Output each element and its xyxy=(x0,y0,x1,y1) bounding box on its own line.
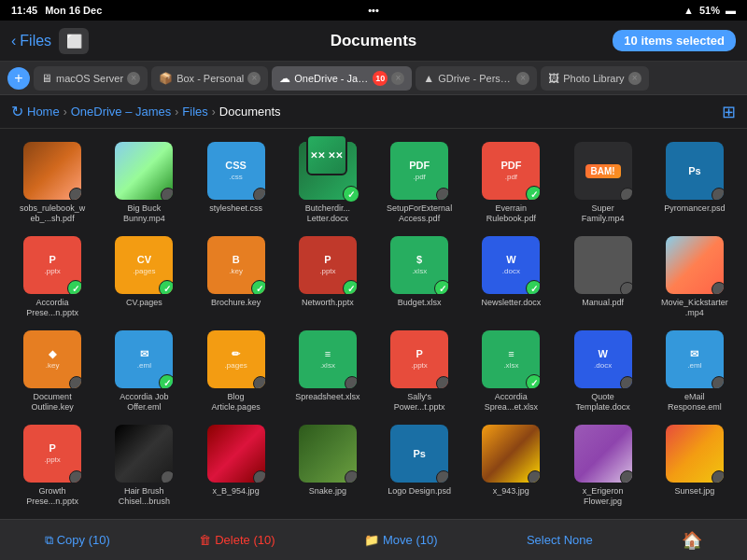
delete-button[interactable]: 🗑 Delete (10) xyxy=(199,533,275,547)
status-dots: ••• xyxy=(368,5,379,16)
dot-badge xyxy=(528,470,540,483)
refresh-icon[interactable]: ↻ xyxy=(11,103,23,120)
copy-icon: ⧉ xyxy=(45,533,53,548)
file-name: Manual.pdf xyxy=(582,298,624,308)
file-thumb xyxy=(574,236,632,294)
file-name: SetupForExternalAccess.pdf xyxy=(386,203,453,224)
file-item[interactable]: ✉.emleMail Response.eml xyxy=(650,325,740,417)
grid-view-button[interactable]: ⊞ xyxy=(722,102,736,122)
status-left: 11:45 Mon 16 Dec xyxy=(11,5,102,16)
file-name: Movie_Kickstarter.mp4 xyxy=(661,298,728,318)
file-item[interactable]: Sunset.jpg xyxy=(650,419,740,511)
tab-close-macos[interactable]: × xyxy=(127,72,140,85)
tab-label-box: Box - Personal xyxy=(176,73,244,84)
check-badge: ✓ xyxy=(526,374,540,388)
file-item[interactable]: Snake.jpg xyxy=(283,419,373,511)
file-item[interactable]: CV.pages✓CV.pages xyxy=(99,231,189,323)
file-name: Sally's Power...t.pptx xyxy=(386,392,453,413)
file-item[interactable]: P.pptxGrowth Prese...n.pptx xyxy=(7,419,97,511)
file-thumb: BAM! xyxy=(574,142,632,200)
file-thumb xyxy=(115,142,173,200)
tab-icon-box: 📦 xyxy=(159,72,173,85)
file-item[interactable]: $.xlsx✓Budget.xlsx xyxy=(374,231,464,323)
file-item[interactable]: PDF.pdfSetupForExternalAccess.pdf xyxy=(374,136,464,229)
file-item[interactable]: B.key✓Brochure.key xyxy=(191,231,281,323)
file-item[interactable]: W.docxQuote Template.docx xyxy=(558,325,648,417)
dot-badge xyxy=(161,470,173,483)
dot-badge xyxy=(712,282,724,294)
file-item[interactable]: ✏.pagesBlog Article.pages xyxy=(191,325,281,417)
status-right: ▲ 51% ▬ xyxy=(684,5,736,16)
file-item[interactable]: ≡.xlsxSpreadsheet.xlsx xyxy=(283,325,373,417)
file-item[interactable]: P.pptx✓Networth.pptx xyxy=(283,231,373,323)
file-thumb: W.docx✓ xyxy=(482,236,540,294)
file-item[interactable]: P.pptx✓Accordia Prese...n.pptx xyxy=(7,231,97,323)
select-none-button[interactable]: Select None xyxy=(527,533,593,547)
file-item[interactable]: W.docx✓Newsletter.docx xyxy=(466,231,556,323)
file-item[interactable]: Movie_Kickstarter.mp4 xyxy=(650,231,740,323)
breadcrumb-sep-1: › xyxy=(63,105,67,119)
file-item[interactable]: ✉.eml✓Accordia Job Offer.eml xyxy=(99,325,189,417)
file-item[interactable]: x_B_954.jpg xyxy=(191,419,281,511)
chevron-left-icon: ‹ xyxy=(11,33,16,49)
file-name: Everrain Rulebook.pdf xyxy=(477,203,544,224)
file-item[interactable]: ≡✕✕ ✕✕✓Butcherdir... Letter.docx xyxy=(283,136,373,229)
file-item[interactable]: P.pptxSally's Power...t.pptx xyxy=(374,325,464,417)
file-item[interactable]: ◆.keyDocument Outline.key xyxy=(7,325,97,417)
status-day: Mon 16 Dec xyxy=(45,5,102,16)
move-button[interactable]: 📁 Move (10) xyxy=(364,533,438,547)
file-thumb: CV.pages✓ xyxy=(115,236,173,294)
file-name: x_Erigeron Flower.jpg xyxy=(570,486,637,507)
copy-button[interactable]: ⧉ Copy (10) xyxy=(45,533,110,548)
page-title: Documents xyxy=(331,32,417,50)
file-thumb: B.key✓ xyxy=(207,236,265,294)
tab-close-box[interactable]: × xyxy=(247,72,261,85)
check-badge: ✓ xyxy=(67,280,81,294)
back-button[interactable]: ‹ Files xyxy=(11,33,51,49)
breadcrumb-home[interactable]: Home xyxy=(27,105,60,119)
file-item[interactable]: CSS.cssstylesheet.css xyxy=(191,136,281,229)
file-item[interactable]: PsPyromancer.psd xyxy=(650,136,740,229)
tab-label-onedrive: OneDrive - James xyxy=(294,73,369,84)
file-item[interactable]: PsLogo Design.psd xyxy=(374,419,464,511)
tab-icon-macos: 🖥 xyxy=(41,72,52,85)
file-item[interactable]: Hair Brush Chisel...brush xyxy=(99,419,189,511)
file-thumb: ≡.xlsx✓ xyxy=(482,330,540,388)
sidebar-toggle-button[interactable]: ⬜ xyxy=(59,28,89,54)
file-item[interactable]: Big Buck Bunny.mp4 xyxy=(99,136,189,229)
file-item[interactable]: PDF.pdf✓Everrain Rulebook.pdf xyxy=(466,136,556,229)
file-item[interactable]: x_943.jpg xyxy=(466,419,556,511)
file-item[interactable]: x_Erigeron Flower.jpg xyxy=(558,419,648,511)
tab-close-gdrive[interactable]: × xyxy=(516,72,529,85)
dot-badge xyxy=(69,188,81,200)
home-button[interactable]: 🏠 xyxy=(682,530,702,551)
tab-close-onedrive[interactable]: × xyxy=(391,72,404,85)
status-time: 11:45 xyxy=(11,5,37,16)
delete-icon: 🗑 xyxy=(199,533,211,547)
file-thumb: W.docx xyxy=(574,330,632,388)
tab-gdrive[interactable]: ▲GDrive - Personal× xyxy=(416,66,537,91)
breadcrumb-files[interactable]: Files xyxy=(182,105,207,119)
tab-box[interactable]: 📦Box - Personal× xyxy=(151,66,268,91)
battery-icon: ▬ xyxy=(726,5,736,16)
file-thumb: P.pptx✓ xyxy=(299,236,357,294)
file-item[interactable]: BAM!Super Family.mp4 xyxy=(558,136,648,229)
add-tab-button[interactable]: + xyxy=(7,67,30,90)
tab-close-photo[interactable]: × xyxy=(628,72,641,85)
tab-icon-photo: 🖼 xyxy=(548,72,559,85)
tabs-container: 🖥macOS Server×📦Box - Personal×☁OneDrive … xyxy=(34,66,649,91)
breadcrumb-onedrive[interactable]: OneDrive – James xyxy=(71,105,172,119)
file-grid: sobs_rulebook_web_...sh.pdfBig Buck Bunn… xyxy=(0,129,747,519)
tab-photo[interactable]: 🖼Photo Library× xyxy=(541,66,648,91)
tab-onedrive[interactable]: ☁OneDrive - James10× xyxy=(272,66,412,91)
file-item[interactable]: ≡.xlsx✓Accordia Sprea...et.xlsx xyxy=(466,325,556,417)
check-badge: ✓ xyxy=(159,280,173,294)
title-bar: ‹ Files ⬜ Documents 10 items selected xyxy=(0,21,747,62)
file-item[interactable]: Manual.pdf xyxy=(558,231,648,323)
file-name: Newsletter.docx xyxy=(482,298,542,308)
tab-macos[interactable]: 🖥macOS Server× xyxy=(34,66,148,91)
file-name: Sunset.jpg xyxy=(675,486,715,497)
file-item[interactable]: sobs_rulebook_web_...sh.pdf xyxy=(7,136,97,229)
dot-badge xyxy=(620,282,632,294)
bottom-toolbar: ⧉ Copy (10) 🗑 Delete (10) 📁 Move (10) Se… xyxy=(0,519,747,560)
